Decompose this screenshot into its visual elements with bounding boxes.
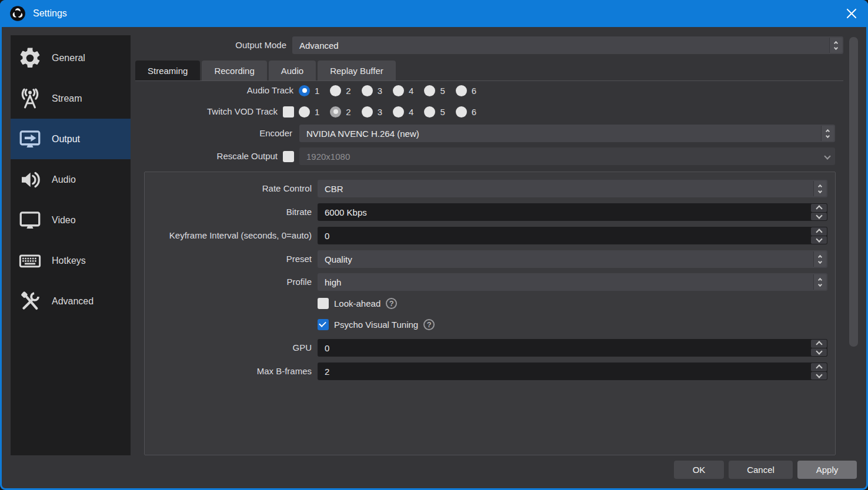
radio-audio-track-4[interactable] [393,85,404,96]
gpu-input[interactable]: 0 [318,339,827,357]
radio-label: 2 [346,86,350,96]
help-icon[interactable] [423,319,435,330]
monitor-icon [16,207,44,234]
radio-vod-track-1[interactable] [299,106,310,118]
window-title: Settings [33,8,67,19]
twitch-vod-track-label: Twitch VOD Track [131,103,278,120]
sidebar-item-label: Video [52,215,76,226]
radio-audio-track-3[interactable] [362,85,373,96]
radio-vod-track-2[interactable] [330,106,341,118]
radio-audio-track-2[interactable] [330,85,341,96]
max-b-frames-input[interactable]: 2 [318,363,827,380]
sidebar: General Stream [11,35,131,455]
twitch-vod-track-controls: 1 2 3 4 5 6 [283,103,476,120]
radio-label: 6 [472,107,476,117]
rescale-output-checkbox[interactable] [283,151,294,162]
look-ahead-label: Look-ahead [334,298,380,308]
stepper-buttons [811,363,827,380]
vertical-scrollbar[interactable] [849,37,858,347]
close-icon[interactable] [846,8,857,19]
rate-control-select[interactable]: CBR [318,180,827,197]
tab-recording[interactable]: Recording [202,61,266,80]
tab-label: Recording [214,66,254,76]
combo-spinner-icon[interactable] [829,38,842,53]
gpu-label: GPU [150,339,312,357]
sidebar-item-label: Stream [52,93,82,104]
stepper-buttons [811,227,827,244]
radio-audio-track-1[interactable] [299,85,310,96]
tab-label: Streaming [148,66,188,76]
preset-select[interactable]: Quality [318,250,827,268]
cancel-button[interactable]: Cancel [729,461,793,479]
sidebar-item-label: Hotkeys [52,256,86,266]
psycho-visual-tuning-checkbox[interactable] [318,319,329,330]
sidebar-item-general[interactable]: General [11,38,131,78]
rescale-resolution-select: 1920x1080 [299,147,835,165]
tab-streaming[interactable]: Streaming [135,61,200,80]
stepper-down-icon[interactable] [811,348,827,357]
output-mode-select[interactable]: Advanced [292,36,843,54]
help-icon[interactable] [386,298,397,309]
twitch-vod-track-radios: 1 2 3 4 5 6 [299,103,476,120]
radio-vod-track-3[interactable] [362,106,373,118]
obs-logo-icon [9,5,26,22]
apply-button[interactable]: Apply [797,461,857,479]
combo-spinner-icon[interactable] [821,126,834,141]
radio-audio-track-6[interactable] [456,85,467,96]
combo-spinner-icon[interactable] [813,181,826,196]
combo-spinner-icon[interactable] [813,251,826,267]
encoder-label: Encoder [131,125,292,142]
gear-icon [16,45,44,72]
stepper-up-icon[interactable] [811,340,827,348]
sidebar-item-output[interactable]: Output [11,119,131,159]
radio-vod-track-6[interactable] [456,106,467,118]
sidebar-item-label: Audio [52,174,76,185]
stepper-up-icon[interactable] [811,227,827,236]
sidebar-item-hotkeys[interactable]: Hotkeys [11,240,131,281]
sidebar-item-advanced[interactable]: Advanced [11,281,131,321]
radio-vod-track-4[interactable] [393,106,404,118]
look-ahead-checkbox[interactable] [318,298,329,309]
radio-label: 4 [409,86,413,96]
stepper-down-icon[interactable] [811,213,827,221]
look-ahead-row: Look-ahead [318,297,397,310]
rate-control-label: Rate Control [150,180,312,197]
radio-label: 3 [378,107,382,117]
radio-label: 3 [378,86,382,96]
max-b-frames-value: 2 [325,367,329,377]
sidebar-item-label: Advanced [52,296,94,307]
stepper-down-icon[interactable] [811,372,827,380]
profile-value: high [325,277,341,287]
keyframe-interval-label: Keyframe Interval (seconds, 0=auto) [150,227,312,244]
sidebar-item-label: General [52,53,85,63]
keyframe-interval-input[interactable]: 0 [318,227,827,244]
stepper-up-icon[interactable] [811,204,827,212]
ok-button[interactable]: OK [674,461,724,479]
radio-vod-track-5[interactable] [424,106,435,118]
bitrate-value: 6000 Kbps [325,207,367,217]
stepper-up-icon[interactable] [811,363,827,371]
sidebar-item-stream[interactable]: Stream [11,78,131,119]
radio-audio-track-5[interactable] [424,85,435,96]
output-monitor-arrow-icon [16,126,44,153]
settings-window: Settings General Stream [0,0,868,490]
broadcast-antenna-icon [16,85,44,112]
sidebar-item-label: Output [52,134,80,145]
bitrate-input[interactable]: 6000 Kbps [318,203,827,221]
sidebar-item-audio[interactable]: Audio [11,159,131,200]
radio-label: 1 [315,107,319,117]
rate-control-value: CBR [325,184,343,194]
stepper-down-icon[interactable] [811,236,827,244]
preset-value: Quality [325,254,352,264]
sidebar-item-video[interactable]: Video [11,200,131,240]
profile-select[interactable]: high [318,273,827,291]
tab-audio[interactable]: Audio [269,61,316,80]
gpu-value: 0 [325,343,329,353]
combo-spinner-icon[interactable] [813,274,826,290]
tab-replay-buffer[interactable]: Replay Buffer [318,61,396,80]
max-b-frames-label: Max B-frames [150,363,312,380]
encoder-select[interactable]: NVIDIA NVENC H.264 (new) [299,125,835,142]
tab-label: Replay Buffer [330,66,383,76]
twitch-vod-track-checkbox[interactable] [283,106,294,118]
stepper-buttons [811,340,827,356]
